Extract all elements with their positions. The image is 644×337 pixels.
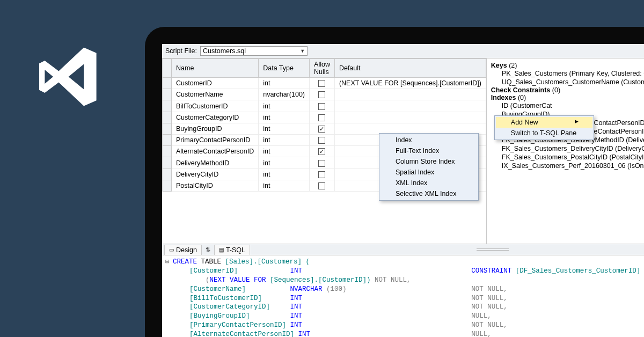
row-selector[interactable] <box>163 112 172 123</box>
row-selector[interactable] <box>163 135 172 146</box>
row-selector[interactable] <box>163 100 172 112</box>
design-icon: ▭ <box>169 247 174 253</box>
menu-index[interactable]: Index <box>380 135 477 145</box>
chevron-down-icon: ▼ <box>300 48 305 54</box>
fk-item[interactable]: IX_Sales_Customers_Perf_20160301_06 (IsO… <box>491 162 644 170</box>
keys-count: (2) <box>509 62 517 69</box>
fk-item[interactable]: FK_Sales_Customers_DeliveryCityID (Deliv… <box>491 144 644 153</box>
checkbox-icon[interactable] <box>318 103 325 110</box>
indexes-header: Indexes <box>491 94 516 101</box>
checkbox-icon[interactable] <box>318 160 325 167</box>
row-selector[interactable] <box>163 180 172 191</box>
cell-allownulls[interactable]: ✓ <box>310 146 335 157</box>
menu-switch-tsql[interactable]: Switch to T-SQL Pane <box>496 128 592 138</box>
key-item[interactable]: UQ_Sales_Customers_CustomerName (Custome… <box>491 78 644 86</box>
cell-default[interactable] <box>334 100 486 112</box>
cell-name[interactable]: PostalCityID <box>172 180 259 191</box>
ix-count: (0) <box>518 94 526 101</box>
cell-datatype[interactable]: int <box>259 100 310 112</box>
row-selector[interactable] <box>163 157 172 169</box>
row-selector[interactable] <box>163 78 172 89</box>
checkbox-icon[interactable] <box>318 91 325 98</box>
cell-name[interactable]: BillToCustomerID <box>172 100 259 112</box>
table-row[interactable]: BillToCustomerIDint <box>163 100 486 112</box>
cell-allownulls[interactable] <box>310 169 335 180</box>
keys-header: Keys <box>491 62 507 69</box>
checkbox-icon[interactable] <box>318 182 325 189</box>
visual-studio-icon <box>32 42 102 112</box>
cell-name[interactable]: BuyingGroupID <box>172 123 259 134</box>
cell-name[interactable]: CustomerCategoryID <box>172 112 259 123</box>
col-allownulls-header[interactable]: Allow Nulls <box>310 59 335 78</box>
checkbox-icon[interactable] <box>318 171 325 178</box>
context-menu-add-switch: Add New▶ Switch to T-SQL Pane <box>494 115 594 140</box>
checkbox-icon[interactable] <box>318 80 325 87</box>
tsql-icon: ▤ <box>219 247 224 253</box>
row-selector[interactable] <box>163 146 172 157</box>
fk-item[interactable]: ID (CustomerCat <box>491 101 644 110</box>
cell-allownulls[interactable]: ✓ <box>310 123 335 134</box>
menu-selective-xml-index[interactable]: Selective XML Index <box>380 188 477 199</box>
cell-name[interactable]: DeliveryMethodID <box>172 157 259 169</box>
device-bezel: Script File: Customers.sql ▼ Name Data T… <box>145 27 644 337</box>
cell-name[interactable]: DeliveryCityID <box>172 169 259 180</box>
cell-name[interactable]: PrimaryContactPersonID <box>172 135 259 146</box>
cell-allownulls[interactable] <box>310 89 335 100</box>
checkbox-icon[interactable] <box>318 114 325 121</box>
toolbar: Script File: Customers.sql ▼ <box>162 44 644 58</box>
cell-allownulls[interactable] <box>310 180 335 191</box>
splitter-gripper[interactable] <box>252 248 644 251</box>
cell-allownulls[interactable] <box>310 100 335 112</box>
script-file-combobox[interactable]: Customers.sql ▼ <box>200 46 308 56</box>
menu-xml-index[interactable]: XML Index <box>380 178 477 188</box>
table-row[interactable]: CustomerNamenvarchar(100) <box>163 89 486 100</box>
checkbox-icon[interactable]: ✓ <box>318 148 325 155</box>
cell-datatype[interactable]: int <box>259 112 310 123</box>
cell-allownulls[interactable] <box>310 135 335 146</box>
cell-datatype[interactable]: int <box>259 157 310 169</box>
cell-name[interactable]: CustomerID <box>172 78 259 89</box>
cell-default[interactable] <box>334 89 486 100</box>
context-menu-index-types: Index Full-Text Index Column Store Index… <box>379 133 479 201</box>
script-file-value: Customers.sql <box>203 47 246 55</box>
cell-allownulls[interactable] <box>310 112 335 123</box>
menu-fulltext-index[interactable]: Full-Text Index <box>380 145 477 156</box>
col-datatype-header[interactable]: Data Type <box>259 59 310 78</box>
col-name-header[interactable]: Name <box>172 59 259 78</box>
cell-allownulls[interactable] <box>310 78 335 89</box>
cell-default[interactable]: (NEXT VALUE FOR [Sequences].[CustomerID]… <box>334 78 486 89</box>
key-item[interactable]: PK_Sales_Customers (Primary Key, Cluster… <box>491 69 644 78</box>
cell-datatype[interactable]: int <box>259 180 310 191</box>
cell-name[interactable]: AlternateContactPersonID <box>172 146 259 157</box>
checkbox-icon[interactable] <box>318 137 325 144</box>
tsql-editor[interactable]: ⊟CREATE TABLE [Sales].[Customers] ( [Cus… <box>162 255 644 337</box>
col-default-header[interactable]: Default <box>334 59 486 78</box>
row-selector[interactable] <box>163 89 172 100</box>
cell-datatype[interactable]: nvarchar(100) <box>259 89 310 100</box>
properties-pane: Keys (2) PK_Sales_Customers (Primary Key… <box>487 58 644 244</box>
swap-icon[interactable]: ⇅ <box>204 246 212 253</box>
menu-spatial-index[interactable]: Spatial Index <box>380 167 477 178</box>
cell-datatype[interactable]: int <box>259 169 310 180</box>
cell-name[interactable]: CustomerName <box>172 89 259 100</box>
menu-add-new[interactable]: Add New▶ <box>496 117 592 128</box>
checkbox-icon[interactable]: ✓ <box>318 126 325 133</box>
tab-design[interactable]: ▭ Design <box>164 245 202 255</box>
grid-corner <box>163 59 172 78</box>
c: TABLE <box>197 258 225 266</box>
cell-datatype[interactable]: int <box>259 135 310 146</box>
cell-datatype[interactable]: int <box>259 146 310 157</box>
cc-count: (0) <box>552 86 560 94</box>
table-row[interactable]: CustomerCategoryIDint <box>163 112 486 123</box>
cell-datatype[interactable]: int <box>259 78 310 89</box>
row-selector[interactable] <box>163 123 172 134</box>
menu-columnstore-index[interactable]: Column Store Index <box>380 156 477 167</box>
cell-default[interactable] <box>334 112 486 123</box>
tab-tsql[interactable]: ▤ T-SQL <box>214 245 250 255</box>
script-file-label: Script File: <box>165 47 197 55</box>
cell-allownulls[interactable] <box>310 157 335 169</box>
cell-datatype[interactable]: int <box>259 123 310 134</box>
row-selector[interactable] <box>163 169 172 180</box>
fk-item[interactable]: FK_Sales_Customers_PostalCityID (PostalC… <box>491 153 644 162</box>
table-row[interactable]: CustomerIDint(NEXT VALUE FOR [Sequences]… <box>163 78 486 89</box>
